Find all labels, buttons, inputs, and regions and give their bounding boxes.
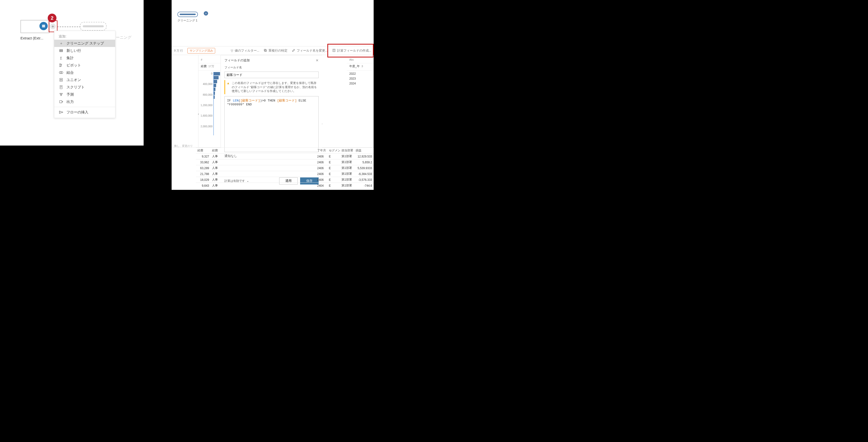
field-title-year: 年度_年 3 (347, 63, 373, 71)
datasource-icon[interactable] (39, 22, 48, 30)
menu-aggregate[interactable]: Σ 集計 (54, 54, 115, 62)
svg-rect-1 (60, 51, 63, 51)
warning-icon: ▲ (227, 81, 230, 93)
menu-predict[interactable]: 予測 (54, 91, 115, 98)
rowcount-label: 9 万 行 (174, 49, 183, 53)
field-type-string: Abc (347, 55, 373, 63)
year-value[interactable]: 2023 (349, 76, 373, 81)
svg-rect-13 (60, 100, 62, 103)
field-name-input[interactable] (224, 71, 319, 78)
data-grid[interactable]: 経費 経費 了年月 セグメン 担当部署 損益 9,327人事2406E第1部署1… (196, 148, 374, 188)
field-count-label: 3 (362, 65, 363, 68)
svg-rect-2 (60, 51, 63, 52)
field-title-expense: 経費 17万 (198, 63, 220, 71)
sampled-badge[interactable]: サンプリング済み (187, 48, 215, 54)
field-title-label: 経費 (201, 64, 207, 68)
identify-duplicates-label: 重複行の特定 (269, 49, 287, 53)
right-panel: ＋ クリーニング 1 9 万 行 サンプリング済み ▽ 値のフィルター... 重… (172, 0, 374, 190)
formula-editor[interactable]: IF LEN([顧客コード])>0 THEN [顧客コード] ELSE "F99… (224, 96, 319, 152)
menu-join[interactable]: 結合 (54, 69, 115, 76)
menu-script[interactable]: スクリプト (54, 84, 115, 91)
year-value[interactable]: 2022 (349, 71, 373, 76)
svg-point-16 (62, 112, 63, 113)
menu-item-label: フローの挿入 (66, 110, 88, 115)
annotation-badge-2: 2 (48, 13, 57, 22)
dialog-title: フィールドの追加 (224, 58, 250, 63)
svg-rect-4 (60, 66, 61, 67)
table-row[interactable]: 18,029人事2406E第1部署-3,576.333 (196, 177, 374, 183)
svg-rect-8 (60, 80, 63, 81)
filter-values-button[interactable]: ▽ 値のフィルター... (231, 49, 259, 53)
menu-pivot[interactable]: ピボット (54, 62, 115, 69)
year-values: 2022 2023 2024 (347, 71, 373, 86)
identify-duplicates-button[interactable]: 重複行の特定 (264, 49, 287, 53)
field-type-number: # (198, 55, 220, 63)
cleaning-step-node[interactable]: ＋ クリーニング 1 (178, 12, 198, 23)
menu-item-label: ユニオン (66, 77, 81, 82)
menu-item-label: 出力 (66, 99, 74, 104)
duplicate-icon (264, 49, 267, 53)
dialog-close-button[interactable]: ✕ (316, 58, 319, 62)
source-node-label: Extract (Extr... (21, 36, 43, 40)
menu-cleaning-step[interactable]: ＋ クリーニング ステップ (54, 40, 115, 47)
join-icon (59, 70, 64, 75)
filter-icon: ▽ (231, 49, 233, 53)
col-header[interactable]: 経費 (196, 148, 211, 154)
warning-message: ▲ この名前のフィールドはすでに存在します。変更を保存して既存のフィールド "顧… (224, 80, 319, 94)
svg-rect-9 (60, 86, 62, 89)
col-header[interactable]: 了年月 (316, 148, 328, 154)
placeholder-step-label: ーニング (116, 35, 131, 40)
union-icon (59, 77, 64, 82)
predict-icon (59, 92, 64, 97)
svg-point-15 (59, 113, 60, 114)
menu-insert-flow[interactable]: フローの挿入 (54, 108, 115, 116)
rows-icon (59, 48, 64, 53)
year-value[interactable]: 2024 (349, 81, 373, 86)
svg-rect-18 (265, 50, 267, 51)
number-type-icon: # (201, 58, 202, 61)
warning-text: この名前のフィールドはすでに存在します。変更を保存して既存のフィールド "顧客コ… (232, 81, 317, 93)
menu-divider (54, 107, 115, 107)
col-header[interactable]: 経費 (211, 148, 223, 154)
svg-point-12 (61, 95, 62, 96)
add-step-menu: 追加: ＋ クリーニング ステップ 新しい行 Σ 集計 ピボット (54, 31, 115, 118)
add-menu-title: 追加: (54, 33, 115, 40)
flow-connector-dashed (57, 26, 81, 27)
col-header[interactable]: セグメン (328, 148, 340, 154)
string-type-icon: Abc (349, 58, 354, 61)
col-header[interactable]: 担当部署 (340, 148, 354, 154)
menu-item-label: クリーニング ステップ (66, 41, 104, 46)
table-row[interactable]: 9,643人事2404E第1部署-744.6 (196, 183, 374, 189)
table-row[interactable]: 33,962人事2406E第1部署5,659.2 (196, 159, 374, 165)
pivot-icon (59, 63, 64, 68)
svg-rect-0 (60, 50, 63, 50)
rename-field-button[interactable]: フィールド名を変更... (292, 49, 328, 53)
add-after-cleaning-button[interactable]: ＋ (204, 11, 208, 15)
placeholder-step (80, 22, 106, 31)
menu-union[interactable]: ユニオン (54, 76, 115, 84)
changes-pane-hint: 換し、変更のリ (172, 144, 193, 148)
table-row[interactable]: 63,289人事2406E第1部署5,539.9333 (196, 165, 374, 171)
svg-rect-7 (60, 78, 63, 80)
cleaning-step-pill[interactable] (178, 12, 198, 17)
field-title-label: 年度_年 (349, 64, 360, 68)
menu-output[interactable]: 出力 (54, 98, 115, 105)
menu-item-label: ピボット (66, 63, 81, 68)
output-icon (59, 99, 64, 104)
axis-labels: 0 400,000 800,000 1,200,000 1,600,000 2,… (198, 72, 214, 135)
profile-col-year[interactable]: Abc 年度_年 3 2022 2023 2024 (347, 55, 374, 147)
menu-new-rows[interactable]: 新しい行 (54, 47, 115, 54)
field-count-label: 17万 (208, 65, 214, 68)
profile-col-expense[interactable]: # 経費 17万 0 400,000 800,000 1,200,000 1,6… (198, 55, 221, 147)
menu-item-label: 結合 (66, 70, 74, 75)
sigma-icon: Σ (59, 56, 64, 60)
menu-item-label: 集計 (66, 56, 74, 60)
histogram-expense: 0 400,000 800,000 1,200,000 1,600,000 2,… (198, 72, 220, 135)
col-header[interactable]: 損益 (354, 148, 374, 154)
rename-field-label: フィールド名を変更... (297, 49, 328, 53)
table-row[interactable]: 21,788人事2406E第1部署-6,384.533 (196, 171, 374, 177)
menu-item-label: 新しい行 (66, 49, 81, 53)
rename-icon (292, 49, 295, 53)
table-row[interactable]: 9,327人事2406E第1部署12,929.533 (196, 154, 374, 159)
filter-values-label: 値のフィルター... (235, 49, 259, 53)
